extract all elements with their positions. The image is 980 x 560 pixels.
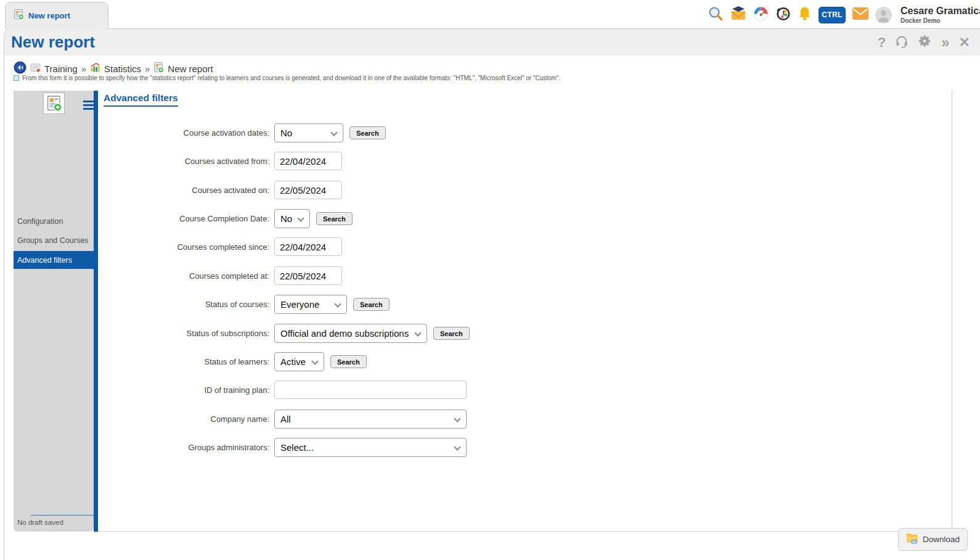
topbar-icons: CTRL Cesare Gramatica Docker Demo xyxy=(708,6,980,24)
close-icon[interactable]: ✕ xyxy=(959,36,970,49)
title-bar: New report ? » ✕ xyxy=(4,29,980,56)
ctrl-button[interactable]: CTRL xyxy=(819,7,846,23)
tab-new-report[interactable]: New report xyxy=(5,2,108,29)
chevron-down-icon xyxy=(454,443,460,450)
search-button[interactable]: Search xyxy=(353,298,390,311)
field-label: Course activation dates: xyxy=(99,128,269,138)
breadcrumb-separator: » xyxy=(81,64,86,74)
page-title: New report xyxy=(11,33,95,52)
select-value: Everyone xyxy=(280,299,319,310)
field-select[interactable]: No xyxy=(274,209,310,228)
app-window: New report CTRL Cesare Gramatica Docker … xyxy=(0,0,980,560)
breadcrumb-training[interactable]: Training xyxy=(44,64,78,74)
info-checkbox-icon xyxy=(14,75,19,81)
breadcrumb-separator: » xyxy=(145,64,150,74)
report-icon xyxy=(14,9,24,22)
select-value: All xyxy=(280,414,291,424)
sidebar-menu-icon[interactable] xyxy=(83,101,978,112)
user-name: Cesare Gramatica xyxy=(900,6,980,17)
filter-row: Courses activated from: xyxy=(0,152,863,170)
select-value: No xyxy=(280,128,292,138)
chevron-down-icon xyxy=(454,415,460,422)
page-description-row: From this form it is possible to specify… xyxy=(14,75,560,81)
history-icon[interactable] xyxy=(775,6,791,24)
filter-row: Status of subscriptions:Official and dem… xyxy=(0,324,863,343)
statistics-icon xyxy=(90,62,100,75)
user-menu[interactable]: Cesare Gramatica Docker Demo xyxy=(900,6,980,24)
section-heading: Advanced filters xyxy=(104,93,178,107)
chevron-down-icon xyxy=(414,329,421,336)
field-select[interactable]: All xyxy=(274,410,467,429)
filter-row: Courses completed since: xyxy=(0,237,863,256)
field-label: Status of subscriptions: xyxy=(99,329,269,338)
field-select[interactable]: Active xyxy=(274,352,324,371)
messages-envelope-icon[interactable] xyxy=(852,7,868,22)
filter-row: Status of courses:EveryoneSearch xyxy=(0,295,863,314)
filter-row: Company name:All xyxy=(0,410,863,429)
breadcrumb-current: New report xyxy=(168,64,213,74)
titlebar-icons: ? » ✕ xyxy=(878,34,970,51)
field-label: Status of learners: xyxy=(99,357,269,366)
select-value: No xyxy=(280,213,292,224)
filter-row: Courses activated on: xyxy=(0,181,863,199)
search-button[interactable]: Search xyxy=(330,355,367,368)
field-label: Company name: xyxy=(99,414,269,424)
course-mail-icon[interactable] xyxy=(730,6,746,24)
search-button[interactable]: Search xyxy=(433,327,470,340)
avatar[interactable] xyxy=(875,7,892,23)
settings-gear-icon[interactable] xyxy=(918,34,932,51)
filter-row: Course Completion Date:NoSearch xyxy=(0,209,863,228)
help-icon[interactable]: ? xyxy=(878,36,886,49)
field-label: Course Completion Date: xyxy=(99,214,269,223)
draft-status: No draft saved xyxy=(17,519,63,526)
collapse-chevrons-icon[interactable]: » xyxy=(941,35,949,50)
field-label: Courses activated from: xyxy=(99,157,269,166)
filter-row: Course activation dates:NoSearch xyxy=(0,123,863,142)
field-label: Courses activated on: xyxy=(99,186,269,195)
field-label: Courses completed since: xyxy=(99,242,269,252)
filter-row: ID of training plan: xyxy=(0,381,863,399)
back-circle-icon[interactable] xyxy=(14,61,27,76)
field-input[interactable] xyxy=(274,237,342,256)
training-icon xyxy=(30,62,41,75)
breadcrumb: Training » Statistics » New report xyxy=(14,61,213,76)
field-label: Groups administrators: xyxy=(99,443,269,452)
chevron-down-icon xyxy=(330,129,337,136)
chevron-down-icon xyxy=(297,215,304,221)
search-button[interactable]: Search xyxy=(316,212,353,225)
tab-label: New report xyxy=(28,11,70,20)
filter-row: Groups administrators:Select... xyxy=(0,438,863,457)
field-label: ID of training plan: xyxy=(99,385,269,395)
support-headset-icon[interactable] xyxy=(895,35,909,51)
download-button[interactable]: Download xyxy=(898,528,968,551)
field-select[interactable]: Everyone xyxy=(274,295,347,314)
filter-row: Status of learners:ActiveSearch xyxy=(0,352,863,371)
field-select[interactable]: Official and demo subscriptions xyxy=(274,324,427,343)
field-select[interactable]: Select... xyxy=(274,438,467,457)
field-label: Courses completed at: xyxy=(99,271,269,281)
field-input[interactable] xyxy=(274,152,342,170)
notifications-bell-icon[interactable] xyxy=(798,6,812,24)
dashboard-gauge-icon[interactable] xyxy=(753,6,769,24)
field-input[interactable] xyxy=(274,381,467,399)
select-value: Select... xyxy=(280,442,314,453)
report-icon xyxy=(153,62,164,75)
breadcrumb-statistics[interactable]: Statistics xyxy=(104,64,141,74)
zip-folder-icon xyxy=(906,533,918,546)
field-label: Status of courses: xyxy=(99,300,269,309)
select-value: Active xyxy=(280,356,306,367)
search-button[interactable]: Search xyxy=(349,126,386,139)
report-icon-large xyxy=(43,93,65,114)
page-description: From this form it is possible to specify… xyxy=(22,75,560,81)
download-label: Download xyxy=(923,535,960,544)
field-input[interactable] xyxy=(274,181,342,199)
filter-row: Courses completed at: xyxy=(0,266,863,285)
field-input[interactable] xyxy=(274,266,342,285)
field-select[interactable]: No xyxy=(274,123,343,142)
select-value: Official and demo subscriptions xyxy=(280,328,409,339)
chevron-down-icon xyxy=(311,358,318,364)
chevron-down-icon xyxy=(334,300,341,307)
user-role: Docker Demo xyxy=(900,17,980,24)
search-icon[interactable] xyxy=(708,6,724,24)
